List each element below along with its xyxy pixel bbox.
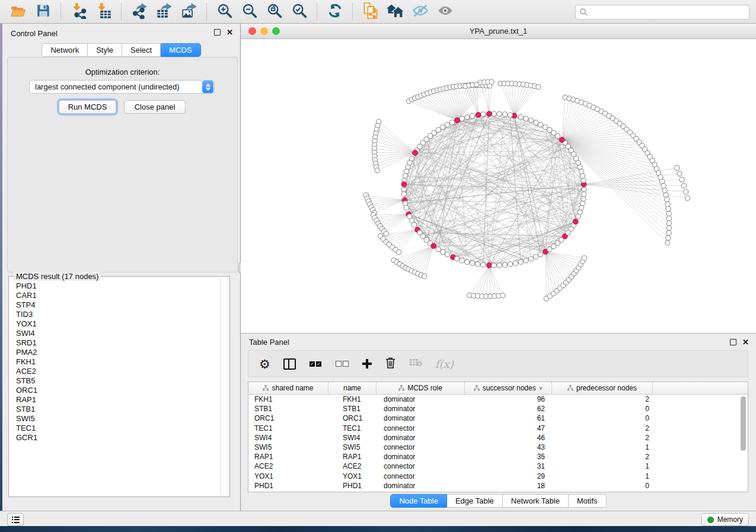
graph-node[interactable] <box>441 249 445 254</box>
graph-node[interactable] <box>666 221 671 226</box>
add-column-button[interactable] <box>362 359 372 368</box>
graph-node[interactable] <box>497 111 502 116</box>
tab-style[interactable]: Style <box>88 43 122 57</box>
graph-node[interactable] <box>470 261 475 265</box>
graph-node[interactable] <box>666 230 671 235</box>
graph-node[interactable] <box>582 192 586 197</box>
table-row[interactable]: RAP1RAP1dominator352 <box>248 452 748 462</box>
graph-node[interactable] <box>436 247 441 252</box>
column-header-shared-name[interactable]: shared name <box>248 382 328 394</box>
graph-node[interactable] <box>524 258 528 263</box>
graph-node[interactable] <box>403 201 407 206</box>
graph-node[interactable] <box>508 262 512 267</box>
mcds-node[interactable] <box>476 113 481 118</box>
import-table-button[interactable] <box>93 2 114 21</box>
table-row[interactable]: STB1STB1dominator620 <box>248 404 748 414</box>
graph-node[interactable] <box>489 79 494 84</box>
export-network-button[interactable] <box>129 2 150 21</box>
table-row[interactable]: YOX1YOX1connector291 <box>248 472 748 481</box>
mcds-result-item[interactable]: CAR1 <box>9 291 220 300</box>
graph-node[interactable] <box>551 130 556 135</box>
search-field[interactable] <box>575 5 749 20</box>
graph-node[interactable] <box>528 257 533 261</box>
float-panel-icon[interactable] <box>214 29 221 36</box>
column-header-predecessor-nodes[interactable]: predecessor nodes <box>552 382 653 394</box>
table-row[interactable]: SWI4SWI4dominator462 <box>248 433 748 443</box>
graph-node[interactable] <box>403 174 407 178</box>
show-all-button[interactable] <box>435 2 456 21</box>
table-row[interactable]: TEC1TEC1connector472 <box>248 424 748 433</box>
mcds-node[interactable] <box>487 111 492 117</box>
graph-node[interactable] <box>422 274 427 278</box>
network-from-selection-button[interactable] <box>360 2 381 21</box>
function-builder-button[interactable]: f(x) <box>435 358 454 370</box>
graph-node[interactable] <box>492 111 496 116</box>
graph-node[interactable] <box>518 115 523 120</box>
table-row[interactable]: FKH1FKH1dominator962 <box>248 395 748 404</box>
graph-node[interactable] <box>524 116 528 121</box>
graph-node[interactable] <box>445 252 449 257</box>
graph-node[interactable] <box>528 118 533 123</box>
graph-node[interactable] <box>581 178 586 182</box>
tab-select[interactable]: Select <box>122 43 161 57</box>
column-header-name[interactable]: name <box>328 382 377 394</box>
delete-column-button[interactable] <box>385 357 396 371</box>
result-scrollbar[interactable] <box>220 278 228 495</box>
mcds-node[interactable] <box>487 262 492 268</box>
first-neighbors-button[interactable] <box>385 2 406 21</box>
network-graph[interactable] <box>241 39 756 333</box>
graph-node[interactable] <box>582 256 586 261</box>
tab-motifs[interactable]: Motifs <box>569 494 607 508</box>
graph-node[interactable] <box>508 113 512 117</box>
graph-node[interactable] <box>666 235 671 240</box>
mcds-result-item[interactable]: PHD1 <box>9 281 220 291</box>
graph-node[interactable] <box>481 112 486 117</box>
graph-node[interactable] <box>580 201 585 206</box>
float-panel-icon[interactable] <box>730 339 736 345</box>
deselect-all-button[interactable] <box>335 361 349 367</box>
graph-node[interactable] <box>538 122 543 127</box>
tab-network[interactable]: Network <box>42 43 88 57</box>
graph-node[interactable] <box>460 116 464 121</box>
mcds-node[interactable] <box>455 118 460 123</box>
table-settings-button[interactable]: ⚙ <box>259 358 270 370</box>
graph-node[interactable] <box>441 125 445 130</box>
graph-node[interactable] <box>401 187 406 192</box>
mcds-result-item[interactable]: SWI5 <box>9 414 220 424</box>
graph-node[interactable] <box>534 254 538 259</box>
mcds-result-item[interactable]: SRD1 <box>9 338 220 348</box>
graph-node[interactable] <box>682 183 687 188</box>
table-row[interactable]: SWI5SWI5connector431 <box>248 443 748 452</box>
graph-node[interactable] <box>666 206 671 211</box>
graph-node[interactable] <box>680 177 684 182</box>
graph-node[interactable] <box>685 196 690 200</box>
delete-table-button[interactable] <box>409 358 422 369</box>
close-panel-button[interactable]: Close panel <box>124 100 186 114</box>
graph-node[interactable] <box>581 196 586 201</box>
graph-node[interactable] <box>677 171 682 176</box>
column-header-MCDS-role[interactable]: MCDS role <box>377 382 465 394</box>
save-session-button[interactable] <box>33 2 54 21</box>
graph-node[interactable] <box>401 192 406 197</box>
graph-node[interactable] <box>375 168 379 173</box>
graph-node[interactable] <box>661 184 666 188</box>
table-scrollbar[interactable] <box>741 396 746 451</box>
graph-node[interactable] <box>547 247 552 252</box>
graph-node[interactable] <box>547 127 552 132</box>
graph-node[interactable] <box>666 211 671 216</box>
table-row[interactable]: ORC1ORC1dominator610 <box>248 414 748 423</box>
mcds-node[interactable] <box>431 243 436 249</box>
graph-node[interactable] <box>502 112 507 117</box>
hide-selected-button[interactable] <box>410 2 431 21</box>
import-network-button[interactable] <box>68 2 90 21</box>
mcds-node[interactable] <box>401 182 407 187</box>
export-table-button[interactable] <box>154 2 175 21</box>
graph-node[interactable] <box>543 125 547 130</box>
graph-node[interactable] <box>665 197 669 202</box>
search-input[interactable] <box>588 8 749 17</box>
graph-node[interactable] <box>396 249 401 254</box>
open-file-button[interactable] <box>8 2 29 21</box>
graph-node[interactable] <box>436 127 441 132</box>
zoom-in-button[interactable] <box>214 2 235 21</box>
graph-node[interactable] <box>582 187 586 192</box>
